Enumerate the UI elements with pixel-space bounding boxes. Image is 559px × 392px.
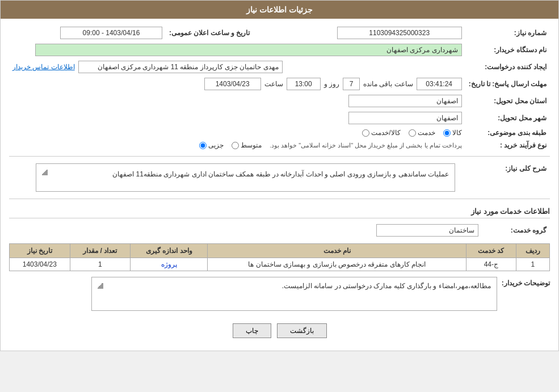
description-row: شرح کلی نیاز: عملیات ساماندهی و بازسازی …: [9, 161, 550, 194]
deadline-label: مهلت ارسال پاسخ: تا تاریخ:: [465, 75, 550, 92]
col-header-name: نام خدمت: [208, 244, 466, 258]
cell-code: ج-44: [466, 258, 516, 271]
col-header-code: کد خدمت: [466, 244, 516, 258]
need-number-row: شماره نیاز: 1103094325000323 تاریخ و ساع…: [9, 24, 550, 41]
service-group-input: ساختمان: [376, 224, 478, 237]
services-table: ردیف کد خدمت نام خدمت واحد اندازه گیری ت…: [9, 243, 550, 271]
cell-date: 1403/04/23: [10, 258, 70, 271]
description-box: عملیات ساماندهی و بازسازی ورودی اصلی و ا…: [36, 163, 455, 192]
province-value: اصفهان: [9, 92, 465, 109]
col-header-row: ردیف: [516, 244, 549, 258]
need-number-label: شماره نیاز:: [465, 24, 550, 41]
cell-qty: 1: [70, 258, 130, 271]
buyer-org-row: نام دستگاه خریدار: شهرداری مرکزی اصفهان: [9, 41, 550, 58]
process-value: پرداخت تمام یا بخشی از مبلغ خریداز محل "…: [9, 139, 465, 151]
description-value: عملیات ساماندهی و بازسازی ورودی اصلی و ا…: [9, 161, 482, 194]
resize-handle-notes-icon[interactable]: [98, 283, 103, 289]
page-title: جزئیات اطلاعات نیاز: [246, 5, 313, 14]
contact-link[interactable]: اطلاعات تماس خریدار: [12, 63, 75, 71]
deadline-days-input: 7: [343, 78, 360, 90]
buyer-org-input: شهرداری مرکزی اصفهان: [35, 44, 462, 56]
category-label: طبقه بندی موضوعی:: [465, 127, 550, 139]
main-info-table: شماره نیاز: 1103094325000323 تاریخ و ساع…: [9, 24, 550, 151]
category-service-option[interactable]: خدمت: [409, 129, 435, 137]
city-label: شهر محل تحویل:: [465, 109, 550, 127]
deadline-value: 03:41:24 ساعت باقی مانده 7 روز و 13:00 س…: [9, 75, 465, 92]
requester-label: ایجاد کننده درخواست:: [465, 58, 550, 75]
description-table: شرح کلی نیاز: عملیات ساماندهی و بازسازی …: [9, 161, 550, 194]
table-row: 1 ج-44 انجام کارهای متفرقه درخصوص بازساز…: [10, 258, 550, 271]
city-row: شهر محل تحویل: اصفهان: [9, 109, 550, 127]
buyer-notes-row: توضیحات خریدار: مطالعه،مهر،امضاء و بارگذ…: [9, 277, 550, 311]
deadline-date-input: 1403/04/23: [204, 78, 261, 90]
buyer-notes-text: مطالعه،مهر،امضاء و بارگذاری کلیه مدارک د…: [282, 282, 491, 290]
category-both-label: کالا/خدمت: [371, 129, 400, 137]
need-number-input: 1103094325000323: [337, 27, 462, 39]
category-value: کالا خدمت کالا/خدمت: [9, 127, 465, 139]
col-header-unit: واحد اندازه گیری: [131, 244, 208, 258]
deadline-time-label: ساعت: [264, 80, 283, 88]
buyer-org-value: شهرداری مرکزی اصفهان: [9, 41, 465, 58]
service-group-table: گروه خدمت: ساختمان: [9, 222, 550, 239]
service-group-row: گروه خدمت: ساختمان: [9, 222, 550, 239]
deadline-row: مهلت ارسال پاسخ: تا تاریخ: 03:41:24 ساعت…: [9, 75, 550, 92]
services-table-body: 1 ج-44 انجام کارهای متفرقه درخصوص بازساز…: [10, 258, 550, 271]
deadline-remaining-label: ساعت باقی مانده: [363, 80, 413, 88]
province-row: استان محل تحویل: اصفهان: [9, 92, 550, 109]
buyer-notes-label: توضیحات خریدار:: [502, 277, 550, 287]
city-input: اصفهان: [348, 112, 462, 124]
divider-2: [9, 199, 550, 199]
page-wrapper: جزئیات اطلاعات نیاز شماره نیاز: 11030943…: [0, 0, 559, 351]
service-group-label: گروه خدمت:: [482, 222, 550, 239]
requester-value: مهدی حاتمیان جزی کارپرداز منطقه 11 شهردا…: [9, 58, 465, 75]
services-header-row: ردیف کد خدمت نام خدمت واحد اندازه گیری ت…: [10, 244, 550, 258]
process-medium-option[interactable]: متوسط: [232, 141, 262, 149]
category-service-label: خدمت: [418, 129, 435, 137]
back-button[interactable]: بازگشت: [277, 323, 327, 338]
need-number-value: 1103094325000323: [276, 24, 465, 41]
category-service-radio[interactable]: [409, 129, 416, 137]
cell-unit: پروژه: [131, 258, 208, 271]
process-note: پرداخت تمام یا بخشی از مبلغ خریداز محل "…: [270, 142, 462, 149]
cell-name: انجام کارهای متفرقه درخصوص بازسازی و بهس…: [208, 258, 466, 271]
col-header-date: تاریخ نیاز: [10, 244, 70, 258]
category-row: طبقه بندی موضوعی: کالا خدمت کالا/خدمت: [9, 127, 550, 139]
content-area: شماره نیاز: 1103094325000323 تاریخ و ساع…: [1, 19, 558, 351]
process-medium-label: متوسط: [241, 141, 262, 149]
service-group-value: ساختمان: [9, 222, 482, 239]
category-kala-option[interactable]: کالا: [443, 129, 462, 137]
announce-label: تاریخ و ساعت اعلان عمومی:: [166, 24, 253, 41]
city-value: اصفهان: [9, 109, 465, 127]
process-small-option[interactable]: جزیی: [199, 141, 224, 149]
category-both-radio[interactable]: [362, 129, 369, 137]
deadline-time-input: 13:00: [287, 78, 321, 90]
province-label: استان محل تحویل:: [465, 92, 550, 109]
process-label: نوع فرآیند خرید :: [465, 139, 550, 151]
announce-input: 1403/04/16 - 09:00: [60, 27, 162, 39]
process-row: نوع فرآیند خرید : پرداخت تمام یا بخشی از…: [9, 139, 550, 151]
description-label: شرح کلی نیاز:: [482, 161, 550, 194]
buyer-notes-box: مطالعه،مهر،امضاء و بارگذاری کلیه مدارک د…: [91, 277, 497, 311]
resize-handle-icon[interactable]: [42, 170, 48, 175]
services-table-head: ردیف کد خدمت نام خدمت واحد اندازه گیری ت…: [10, 244, 550, 258]
deadline-remaining-input: 03:41:24: [417, 78, 462, 90]
category-kala-radio[interactable]: [443, 129, 451, 137]
col-header-qty: تعداد / مقدار: [70, 244, 130, 258]
divider-1: [9, 156, 550, 157]
category-both-option[interactable]: کالا/خدمت: [362, 129, 400, 137]
buttons-row: بازگشت چاپ: [9, 317, 550, 345]
category-kala-label: کالا: [452, 129, 462, 137]
process-medium-radio[interactable]: [232, 142, 239, 149]
description-text: عملیات ساماندهی و بازسازی ورودی اصلی و ا…: [112, 170, 449, 178]
requester-row: ایجاد کننده درخواست: مهدی حاتمیان جزی کا…: [9, 58, 550, 75]
process-small-radio[interactable]: [199, 142, 207, 149]
requester-input: مهدی حاتمیان جزی کارپرداز منطقه 11 شهردا…: [78, 61, 283, 73]
deadline-days-label: روز و: [324, 80, 339, 88]
page-header: جزئیات اطلاعات نیاز: [1, 1, 558, 19]
services-section-title: اطلاعات خدمات مورد نیاز: [9, 204, 550, 218]
province-input: اصفهان: [348, 95, 462, 107]
process-small-label: جزیی: [208, 141, 224, 149]
print-button[interactable]: چاپ: [233, 323, 271, 338]
buyer-org-label: نام دستگاه خریدار:: [465, 41, 550, 58]
cell-row: 1: [516, 258, 549, 271]
